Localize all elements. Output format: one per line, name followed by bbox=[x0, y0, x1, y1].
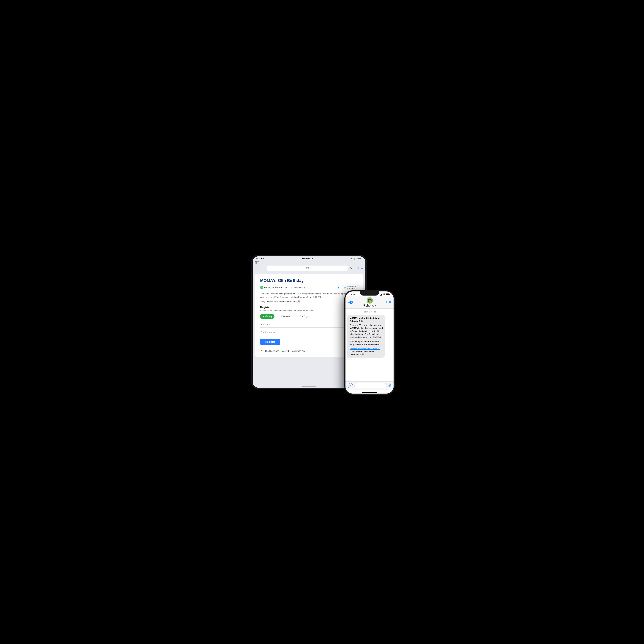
message-input[interactable] bbox=[354, 383, 387, 388]
ipad-url-bar-row: ‹ › ↻ ↑ + ⧉ bbox=[253, 265, 365, 272]
messages-nav: ‹ 5 🧑 Roberto › bbox=[345, 296, 394, 309]
url-actions: ↻ ↑ + ⧉ bbox=[350, 266, 363, 270]
svg-rect-10 bbox=[389, 384, 390, 386]
iphone-notch bbox=[360, 291, 379, 296]
bubble-link[interactable]: losinvitamos.com/moma-30-feb21 bbox=[350, 347, 380, 350]
timezone-label: Time shown in bbox=[347, 286, 356, 287]
svg-rect-8 bbox=[386, 294, 389, 295]
going-button[interactable]: ✓ Going bbox=[260, 314, 274, 319]
contact-avatar: 🧑 bbox=[367, 297, 373, 304]
rsvp-buttons: ✓ Going ☆ Interested ○ Can't go bbox=[260, 314, 358, 319]
iphone-device: 6:46 bbox=[344, 290, 395, 395]
timezone-value: MST -07:00 bbox=[347, 287, 356, 289]
battery-icon: 🔋 bbox=[354, 258, 356, 260]
back-badge: 5 bbox=[349, 301, 353, 304]
sidebar-button[interactable] bbox=[255, 261, 261, 265]
scene: 9:32 AM Thu Dec 12 🔋 100% bbox=[246, 246, 398, 398]
battery-icon bbox=[386, 293, 390, 296]
mic-button[interactable] bbox=[388, 383, 391, 388]
tab-dots: ··· bbox=[262, 261, 266, 265]
timezone-badge: 🌐 Time shown in MST -07:00 bbox=[342, 285, 358, 290]
battery-percent: 100% bbox=[357, 258, 362, 260]
event-description: They say 30 is when life gets real. MOMA… bbox=[260, 292, 358, 299]
svg-rect-0 bbox=[255, 261, 259, 264]
email-input[interactable] bbox=[260, 329, 358, 335]
venue-row: 📍 The Cleveland Hotel, 132 Rosewood Ave bbox=[260, 350, 358, 353]
scroll-indicator bbox=[302, 386, 316, 387]
chevron-right-icon: › bbox=[375, 304, 376, 307]
iphone-time: 6:46 bbox=[349, 293, 355, 296]
chevron-left-icon: ‹ bbox=[348, 301, 349, 304]
refresh-button[interactable]: ↻ bbox=[350, 267, 352, 270]
signal-bars-icon bbox=[380, 294, 382, 296]
message-bubble: MOMA's Midlife Crisis: 30 and Fabulous! … bbox=[347, 315, 385, 358]
contact-name-label: Roberto › bbox=[363, 304, 376, 307]
location-pin-icon: 📍 bbox=[260, 350, 263, 353]
ipad-time: 9:32 AM bbox=[256, 258, 264, 260]
wifi-icon bbox=[350, 258, 353, 260]
tabs-button[interactable]: ⧉ bbox=[361, 267, 363, 270]
iphone-input-bar: + bbox=[345, 381, 394, 390]
register-button[interactable]: Register bbox=[260, 339, 280, 345]
register-section: Register Please fill out the information… bbox=[260, 306, 358, 348]
star-icon: ☆ bbox=[279, 315, 281, 318]
event-date: Friday, 21 February, 17:00 - 23:00 (MST) bbox=[260, 286, 305, 289]
forward-button[interactable]: › bbox=[261, 266, 265, 270]
event-title: MOMA's 30th Birthday bbox=[260, 278, 358, 283]
messages-area: Today 6:46 PM MOMA's Midlife Crisis: 30 … bbox=[345, 309, 394, 381]
check-icon: ✓ bbox=[263, 315, 265, 318]
message-timestamp: Today 6:46 PM bbox=[347, 311, 392, 313]
iphone-home-bar bbox=[345, 390, 394, 394]
url-icon bbox=[306, 267, 309, 270]
venue-text: The Cleveland Hotel, 132 Rosewood Ave bbox=[265, 350, 306, 352]
url-bar[interactable] bbox=[267, 266, 348, 271]
add-button[interactable]: + bbox=[348, 383, 353, 388]
bubble-para1: They say 30 is when life gets real. MOMA… bbox=[350, 324, 383, 339]
ipad-date: Thu Dec 12 bbox=[302, 258, 313, 260]
ipad-status-bar: 9:32 AM Thu Dec 12 🔋 100% bbox=[253, 256, 365, 261]
wifi-icon bbox=[383, 293, 385, 296]
event-date-text: Friday, 21 February, 17:00 - 23:00 (MST) bbox=[264, 286, 305, 289]
iphone-screen: 6:46 bbox=[345, 291, 394, 394]
svg-rect-9 bbox=[386, 301, 389, 303]
contact-center: 🧑 Roberto › bbox=[363, 297, 376, 307]
video-call-button[interactable] bbox=[386, 300, 391, 304]
new-tab-button[interactable]: + bbox=[357, 266, 359, 270]
back-button[interactable]: ‹ 5 bbox=[348, 301, 353, 304]
share-icon[interactable]: ⬆ bbox=[337, 286, 340, 289]
share-button[interactable]: ↑ bbox=[354, 267, 355, 270]
interested-button[interactable]: ☆ Interested bbox=[276, 314, 294, 319]
ipad-status-right: 🔋 100% bbox=[350, 258, 362, 260]
circle-x-icon: ○ bbox=[298, 315, 299, 318]
ipad-browser-top: ··· bbox=[253, 261, 365, 265]
bubble-tagline: Thirty: Where crisis meets celebration! … bbox=[350, 350, 383, 356]
event-tagline: Thirty: Where crisis meets celebration! … bbox=[260, 300, 358, 303]
back-button[interactable]: ‹ bbox=[255, 266, 259, 270]
cantgo-button[interactable]: ○ Can't go bbox=[295, 314, 311, 319]
event-date-row: Friday, 21 February, 17:00 - 23:00 (MST)… bbox=[260, 285, 358, 290]
iphone-status-right bbox=[380, 293, 390, 296]
full-name-input[interactable] bbox=[260, 322, 358, 328]
bubble-para2: Wondering about the existential party vi… bbox=[350, 340, 383, 346]
svg-rect-2 bbox=[306, 267, 309, 269]
clock-icon bbox=[260, 286, 263, 289]
register-heading: Register bbox=[260, 306, 358, 309]
register-subtitle: Please fill out the information below to… bbox=[260, 310, 358, 312]
bubble-title: MOMA's Midlife Crisis: 30 and Fabulous! … bbox=[350, 317, 383, 323]
home-indicator bbox=[362, 392, 377, 393]
